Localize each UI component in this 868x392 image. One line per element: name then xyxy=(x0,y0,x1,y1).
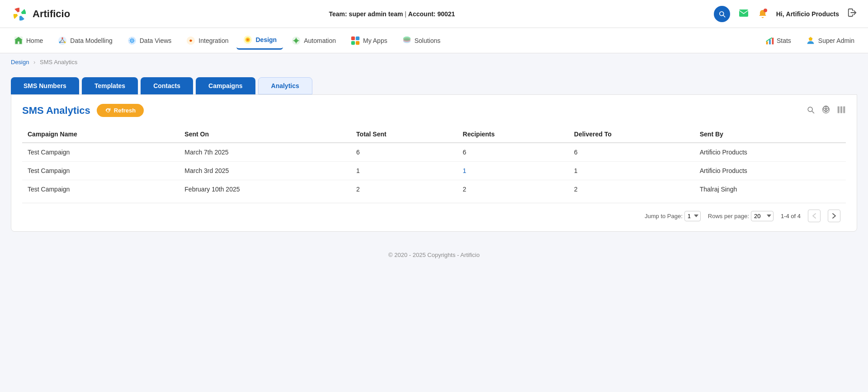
tab-sms-numbers[interactable]: SMS Numbers xyxy=(11,77,79,94)
section-header: SMS Analytics Refresh xyxy=(22,104,846,117)
search-icon xyxy=(718,10,726,18)
cell-total-sent: 6 xyxy=(351,143,457,162)
logout-icon xyxy=(847,8,857,18)
col-campaign-name: Campaign Name xyxy=(22,126,179,143)
cell-recipients: 6 xyxy=(458,143,569,162)
page-range: 1-4 of 4 xyxy=(781,213,801,219)
col-sent-by: Sent By xyxy=(694,126,846,143)
top-header: Artificio Team: super admin team | Accou… xyxy=(0,0,868,28)
cell-sent-by: Artificio Products xyxy=(694,143,846,162)
breadcrumb-separator: › xyxy=(33,59,35,65)
nav-item-automation[interactable]: Automation xyxy=(285,32,342,49)
nav-item-data-modelling[interactable]: Data Modelling xyxy=(51,32,118,49)
jump-to-page: Jump to Page: 1 xyxy=(645,211,701,221)
prev-page-button[interactable] xyxy=(808,210,821,222)
home-icon xyxy=(14,36,24,46)
section-title-area: SMS Analytics Refresh xyxy=(22,104,144,117)
nav-item-home[interactable]: Home xyxy=(7,32,49,49)
logo-area: Artificio xyxy=(11,5,70,23)
bell-button[interactable] xyxy=(757,8,768,20)
svg-point-1 xyxy=(17,12,22,16)
table-row: Test Campaign March 7th 2025 6 6 6 Artif… xyxy=(22,143,846,162)
cell-recipients[interactable]: 1 xyxy=(458,162,569,180)
design-icon xyxy=(243,35,253,45)
jump-select[interactable]: 1 xyxy=(684,211,701,221)
col-delivered-to: Delivered To xyxy=(569,126,694,143)
nav-label-home: Home xyxy=(26,37,43,44)
nav-label-super-admin: Super Admin xyxy=(818,37,854,44)
svg-rect-38 xyxy=(840,107,842,113)
analytics-table: Campaign Name Sent On Total Sent Recipie… xyxy=(22,126,846,198)
svg-rect-31 xyxy=(772,37,774,44)
footer: © 2020 - 2025 Copyrights - Artificio xyxy=(0,243,868,267)
cell-campaign-name: Test Campaign xyxy=(22,143,179,162)
svg-rect-39 xyxy=(843,107,845,113)
cell-total-sent: 2 xyxy=(351,180,457,199)
nav-item-stats[interactable]: Stats xyxy=(759,32,797,49)
nav-label-design: Design xyxy=(255,36,277,43)
nav-label-automation: Automation xyxy=(304,37,336,44)
rows-per-page: Rows per page: 20 50 100 xyxy=(708,211,774,221)
logo-icon xyxy=(11,5,28,23)
rows-label: Rows per page: xyxy=(708,213,749,219)
svg-rect-24 xyxy=(351,41,355,44)
svg-rect-23 xyxy=(356,36,359,40)
nav-item-my-apps[interactable]: My Apps xyxy=(344,32,394,49)
refresh-button[interactable]: Refresh xyxy=(97,104,144,117)
tab-campaigns[interactable]: Campaigns xyxy=(196,77,255,94)
table-row: Test Campaign February 10th 2025 2 2 2 T… xyxy=(22,180,846,199)
greeting: Hi, Artificio Products xyxy=(776,10,839,18)
svg-rect-29 xyxy=(766,41,768,44)
tab-templates[interactable]: Templates xyxy=(82,77,138,94)
footer-text: © 2020 - 2025 Copyrights - Artificio xyxy=(388,252,480,258)
jump-label: Jump to Page: xyxy=(645,213,683,219)
integration-icon xyxy=(186,36,196,46)
main-content: SMS Analytics Refresh xyxy=(11,94,857,232)
svg-point-5 xyxy=(62,37,64,39)
cell-delivered-to: 6 xyxy=(569,143,694,162)
search-button[interactable] xyxy=(714,6,730,22)
cell-recipients: 2 xyxy=(458,180,569,199)
svg-point-14 xyxy=(131,40,132,41)
nav-label-integration: Integration xyxy=(198,37,228,44)
svg-point-28 xyxy=(403,36,410,40)
next-page-button[interactable] xyxy=(828,210,840,222)
logout-button[interactable] xyxy=(847,8,857,20)
cell-sent-on: February 10th 2025 xyxy=(179,180,351,199)
nav-label-data-modelling: Data Modelling xyxy=(70,37,112,44)
table-search-button[interactable] xyxy=(806,105,815,116)
rows-select[interactable]: 20 50 100 xyxy=(751,211,774,221)
tabs-bar: SMS Numbers Templates Contacts Campaigns… xyxy=(0,71,868,94)
super-admin-icon xyxy=(806,36,816,46)
data-views-icon xyxy=(127,36,137,46)
section-title: SMS Analytics xyxy=(22,105,90,117)
col-total-sent: Total Sent xyxy=(351,126,457,143)
svg-point-34 xyxy=(808,107,812,112)
svg-point-19 xyxy=(247,38,250,41)
nav-item-data-views[interactable]: Data Views xyxy=(121,32,178,49)
nav-label-my-apps: My Apps xyxy=(363,37,387,44)
mail-icon xyxy=(738,8,749,19)
tab-contacts[interactable]: Contacts xyxy=(141,77,193,94)
header-right: Hi, Artificio Products xyxy=(714,6,857,22)
mail-button[interactable] xyxy=(738,8,749,20)
nav-item-integration[interactable]: Integration xyxy=(179,32,235,49)
table-row: Test Campaign March 3rd 2025 1 1 1 Artif… xyxy=(22,162,846,180)
next-page-icon xyxy=(832,213,836,219)
logo-text: Artificio xyxy=(33,8,70,20)
nav-item-design[interactable]: Design xyxy=(236,31,283,50)
nav-label-data-views: Data Views xyxy=(140,37,172,44)
cell-delivered-to: 2 xyxy=(569,180,694,199)
tab-analytics[interactable]: Analytics xyxy=(258,77,312,94)
download-icon xyxy=(821,105,830,114)
svg-rect-25 xyxy=(356,41,359,44)
breadcrumb-parent[interactable]: Design xyxy=(11,59,29,65)
columns-button[interactable] xyxy=(837,105,846,116)
nav-bar: Home Data Modelling Data Views xyxy=(0,28,868,53)
col-sent-on: Sent On xyxy=(179,126,351,143)
pagination-bar: Jump to Page: 1 Rows per page: 20 50 100… xyxy=(22,203,846,222)
nav-item-solutions[interactable]: Solutions xyxy=(396,32,447,49)
nav-item-super-admin[interactable]: Super Admin xyxy=(799,32,861,49)
download-button[interactable] xyxy=(821,105,830,116)
cell-delivered-to: 1 xyxy=(569,162,694,180)
